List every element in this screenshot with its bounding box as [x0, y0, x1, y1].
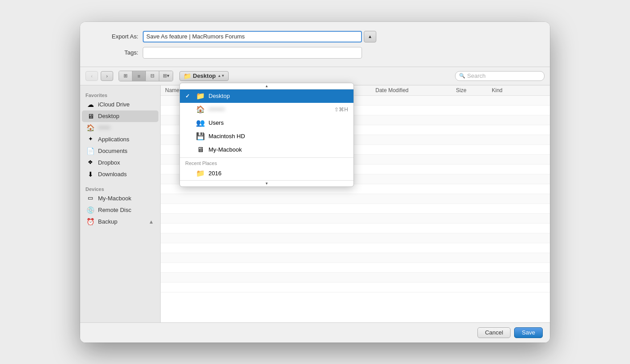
back-button[interactable]: ‹ — [85, 71, 98, 81]
search-icon: 🔍 — [459, 73, 465, 79]
sidebar-item-documents[interactable]: 📄 Documents — [82, 145, 158, 157]
list-view-btn[interactable]: ≡ — [132, 71, 146, 81]
sidebar-label-downloads: Downloads — [98, 171, 127, 178]
sidebar-item-home[interactable]: 🏠 •••••• — [82, 122, 158, 134]
remote-disc-icon: 💿 — [86, 206, 94, 214]
location-button[interactable]: 📁 Desktop ▲▼ — [179, 71, 229, 81]
file-row — [161, 214, 550, 224]
file-row — [161, 194, 550, 204]
dropdown-item-home[interactable]: 🏠 •••••••• ⇧⌘H — [180, 103, 353, 116]
sidebar-label-dropbox: Dropbox — [98, 159, 120, 166]
export-as-row: Export As: ▲ — [94, 31, 536, 42]
list-view-icon: ≡ — [137, 73, 140, 79]
icon-view-icon: ⊞ — [123, 73, 128, 79]
col-size-header: Size — [456, 87, 492, 93]
file-row — [161, 273, 550, 283]
applications-icon: ✦ — [86, 135, 94, 144]
file-row — [161, 243, 550, 253]
file-row — [161, 283, 550, 292]
icon-view-btn[interactable]: ⊞ — [119, 71, 132, 81]
forward-icon: › — [106, 73, 108, 79]
eject-button[interactable]: ▲ — [149, 219, 154, 225]
search-box: 🔍 Search — [455, 71, 545, 81]
home-sidebar-icon: 🏠 — [86, 124, 94, 132]
column-view-icon: ⊟ — [150, 73, 154, 79]
export-as-label: Export As: — [94, 33, 143, 40]
location-menu: ▲ ✓ 📁 Desktop 🏠 •••••••• ⇧⌘H 👥 — [179, 83, 354, 187]
dropdown-item-my-macbook[interactable]: 🖥 My-Macbook — [180, 143, 353, 157]
sidebar-item-icloud[interactable]: ☁ iCloud Drive — [82, 99, 158, 110]
home-icon: 🏠 — [196, 105, 205, 114]
cancel-button[interactable]: Cancel — [477, 327, 511, 338]
column-view-btn[interactable]: ⊟ — [146, 71, 159, 81]
sidebar-label-applications: Applications — [98, 136, 129, 143]
my-macbook-icon: 🖥 — [196, 145, 205, 154]
dropdown-item-macintosh-hd[interactable]: 💾 Macintosh HD — [180, 130, 353, 143]
sidebar-item-dropbox[interactable]: ❖ Dropbox — [82, 157, 158, 169]
sidebar-label-remote-disc: Remote Disc — [98, 207, 131, 213]
dropdown-item-2016[interactable]: 📁 2016 — [180, 167, 353, 180]
location-folder-icon: 📁 — [183, 72, 191, 80]
scroll-down-arrow[interactable]: ▼ — [180, 180, 353, 186]
tags-input[interactable] — [143, 47, 362, 59]
sidebar-label-my-macbook: My-Macbook — [98, 195, 131, 202]
sidebar-item-my-macbook[interactable]: ▭ My-Macbook — [82, 193, 158, 204]
users-icon: 👥 — [196, 119, 205, 127]
save-dialog: Export As: ▲ Tags: ‹ › ⊞ ≡ ⊟ — [80, 22, 550, 343]
sidebar-item-desktop[interactable]: 🖥 Desktop — [82, 110, 158, 122]
toolbar: ‹ › ⊞ ≡ ⊟ ⊞▾ 📁 Desktop ▲▼ — [80, 67, 550, 85]
view-options: ⊞ ≡ ⊟ ⊞▾ — [119, 71, 173, 81]
sidebar-item-downloads[interactable]: ⬇ Downloads — [82, 169, 158, 180]
favorites-label: Favorites — [80, 90, 160, 99]
dropdown-divider — [180, 157, 353, 158]
sidebar: Favorites ☁ iCloud Drive 🖥 Desktop 🏠 •••… — [80, 85, 161, 322]
sidebar-item-backup[interactable]: ⏰ Backup ▲ — [82, 216, 158, 228]
dropdown-label-macintosh-hd: Macintosh HD — [209, 133, 348, 140]
folder-2016-icon: 📁 — [196, 169, 205, 178]
sidebar-label-backup: Backup — [98, 218, 117, 225]
file-row — [161, 233, 550, 243]
documents-icon: 📄 — [86, 147, 94, 155]
export-as-input[interactable] — [143, 31, 362, 42]
forward-button[interactable]: › — [101, 71, 113, 81]
dropdown-label-my-macbook: My-Macbook — [209, 146, 348, 153]
dropdown-label-desktop: Desktop — [209, 93, 348, 99]
macintosh-hd-icon: 💾 — [196, 132, 205, 141]
scroll-up-arrow[interactable]: ▲ — [180, 83, 353, 89]
sidebar-label-home: •••••• — [98, 124, 110, 131]
folder-icon-desktop: 📁 — [196, 92, 205, 101]
file-row — [161, 204, 550, 214]
location-dropdown: 📁 Desktop ▲▼ ▲ ✓ 📁 Desktop 🏠 ••••• — [179, 71, 229, 81]
back-icon: ‹ — [91, 73, 93, 79]
checkmark-icon: ✓ — [185, 93, 192, 99]
dropdown-label-2016: 2016 — [209, 170, 348, 177]
dropdown-label-home: •••••••• — [209, 106, 331, 113]
file-row — [161, 263, 550, 273]
sidebar-label-desktop: Desktop — [98, 113, 119, 119]
dropbox-icon: ❖ — [86, 159, 94, 167]
file-row — [161, 253, 550, 263]
form-area: Export As: ▲ Tags: — [80, 22, 550, 67]
location-chevron-icon: ▲▼ — [217, 74, 225, 78]
devices-label: Devices — [80, 184, 160, 193]
tags-row: Tags: — [94, 47, 536, 59]
sidebar-item-remote-disc[interactable]: 💿 Remote Disc — [82, 204, 158, 216]
save-button[interactable]: Save — [514, 327, 543, 338]
gallery-view-icon: ⊞▾ — [163, 73, 170, 79]
desktop-sidebar-icon: 🖥 — [86, 112, 94, 120]
sidebar-label-documents: Documents — [98, 148, 128, 154]
file-row — [161, 224, 550, 233]
my-macbook-sidebar-icon: ▭ — [86, 195, 94, 203]
dropdown-item-desktop[interactable]: ✓ 📁 Desktop — [180, 89, 353, 103]
home-shortcut: ⇧⌘H — [334, 106, 348, 113]
chevron-toggle-btn[interactable]: ▲ — [364, 31, 376, 42]
icloud-icon: ☁ — [86, 101, 94, 109]
location-label: Desktop — [193, 72, 216, 79]
gallery-view-btn[interactable]: ⊞▾ — [159, 71, 173, 81]
sidebar-item-applications[interactable]: ✦ Applications — [82, 134, 158, 145]
col-kind-header: Kind — [492, 87, 545, 93]
col-date-header: Date Modified — [375, 87, 456, 93]
dropdown-item-users[interactable]: 👥 Users — [180, 116, 353, 130]
downloads-icon: ⬇ — [86, 170, 94, 178]
search-placeholder: Search — [467, 72, 485, 79]
